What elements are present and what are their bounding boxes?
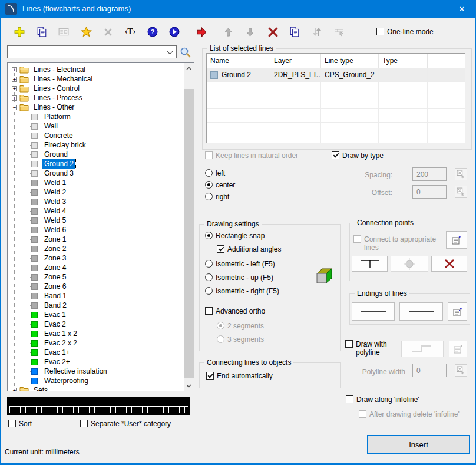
- tree-item-evac-2-x-2[interactable]: Evac 2 x 2: [8, 338, 184, 348]
- tree-item-concrete[interactable]: Concrete: [8, 131, 184, 140]
- swap-order-button[interactable]: [311, 26, 323, 38]
- move-down-disabled-button[interactable]: [244, 26, 256, 38]
- column-header-name[interactable]: Name: [207, 54, 270, 68]
- isometric-left-radio[interactable]: Isometric - left (F5): [205, 260, 275, 268]
- tee-connection-button[interactable]: [352, 256, 388, 272]
- offset-pick-button[interactable]: [455, 186, 467, 198]
- search-button[interactable]: [178, 45, 193, 60]
- tree-folder-lines-electrical[interactable]: +Lines - Electrical: [8, 65, 184, 74]
- tree-item-weld-1[interactable]: Weld 1: [8, 178, 184, 187]
- additional-angles-checkbox[interactable]: Additional angles: [217, 245, 281, 253]
- selected-lines-table[interactable]: NameLayerLine typeType Ground 22DR_PLS_L…: [206, 53, 465, 143]
- table-row-empty[interactable]: [207, 82, 465, 95]
- chevron-down-icon[interactable]: [167, 49, 173, 55]
- advanced-ortho-checkbox[interactable]: Advanced ortho: [205, 307, 265, 315]
- tree-item-zone-6[interactable]: Zone 6: [8, 282, 184, 291]
- three-segments-radio[interactable]: 3 segments: [217, 335, 264, 344]
- tree-folder-lines-other[interactable]: −Lines - Other: [8, 103, 184, 112]
- tree-item-weld-5[interactable]: Weld 5: [8, 216, 184, 225]
- tree-item-evac-1[interactable]: Evac 1+: [8, 348, 184, 357]
- tree-item-zone-5[interactable]: Zone 5: [8, 272, 184, 282]
- text-style-button[interactable]: ‹T›: [123, 26, 138, 38]
- separate-user-category-checkbox[interactable]: Separate *User* category: [80, 420, 171, 428]
- table-row-ground-2[interactable]: Ground 22DR_PLS_LT...CPS_Ground_2: [207, 68, 465, 82]
- expand-icon[interactable]: +: [12, 388, 17, 392]
- run-button[interactable]: [168, 26, 180, 38]
- tree-item-evac-1-x-2[interactable]: Evac 1 x 2: [8, 329, 184, 338]
- tree-item-weld-4[interactable]: Weld 4: [8, 206, 184, 216]
- scroll-down-button[interactable]: [184, 381, 194, 391]
- tree-folder-lines-mechanical[interactable]: +Lines - Mechanical: [8, 74, 184, 84]
- expand-icon[interactable]: +: [12, 95, 17, 101]
- move-up-disabled-button[interactable]: [222, 26, 234, 38]
- polyline-width-input[interactable]: [412, 364, 447, 377]
- tree-item-fireclay-brick[interactable]: Fireclay brick: [8, 140, 184, 150]
- tree-item-wall[interactable]: Wall: [8, 121, 184, 131]
- align-right-radio[interactable]: right: [205, 193, 229, 201]
- connection-points-properties-button[interactable]: [446, 231, 467, 249]
- tree-item-evac-1[interactable]: Evac 1: [8, 310, 184, 319]
- remove-button[interactable]: [267, 26, 279, 38]
- tree-item-zone-2[interactable]: Zone 2: [8, 244, 184, 253]
- offset-input[interactable]: [412, 185, 447, 199]
- tree-item-band-1[interactable]: Band 1: [8, 291, 184, 301]
- tree-folder-lines-control[interactable]: +Lines - Control: [8, 84, 184, 93]
- tree-item-reflective-insulation[interactable]: Reflective insulation: [8, 367, 184, 376]
- isometric-up-radio[interactable]: Isometric - up (F5): [205, 273, 273, 282]
- isometric-right-radio[interactable]: Isometric - right (F5): [205, 287, 279, 295]
- sort-checkbox[interactable]: Sort: [8, 420, 32, 428]
- properties-form-button[interactable]: [58, 26, 70, 38]
- copy-button[interactable]: [36, 26, 48, 38]
- table-row-empty[interactable]: [207, 123, 465, 136]
- draw-with-polyline-checkbox[interactable]: Draw with polyline: [345, 340, 398, 357]
- rectangle-snap-radio[interactable]: Rectangle snap: [205, 232, 265, 240]
- tree-item-weld-6[interactable]: Weld 6: [8, 225, 184, 235]
- favorites-button[interactable]: [80, 26, 92, 38]
- align-left-radio[interactable]: left: [205, 169, 225, 177]
- align-center-radio[interactable]: center: [205, 181, 235, 189]
- keep-lines-natural-order-checkbox[interactable]: Keep lines in natural order: [205, 151, 298, 160]
- end-automatically-checkbox[interactable]: End automatically: [206, 372, 273, 380]
- tree-item-ground[interactable]: Ground: [8, 150, 184, 159]
- scroll-up-button[interactable]: [184, 63, 194, 73]
- tree-item-evac-2[interactable]: Evac 2: [8, 319, 184, 329]
- delete-connection-button[interactable]: [431, 256, 467, 272]
- line-category-tree[interactable]: +Lines - Electrical+Lines - Mechanical+L…: [7, 62, 194, 391]
- column-header-layer[interactable]: Layer: [270, 54, 321, 68]
- table-row-empty[interactable]: [207, 136, 465, 143]
- draw-by-type-checkbox[interactable]: Draw by type: [332, 151, 384, 160]
- connect-appropriate-lines-checkbox[interactable]: Connect to appropriate lines: [353, 235, 442, 252]
- polyline-style-button[interactable]: [401, 341, 444, 357]
- table-row-empty[interactable]: [207, 109, 465, 123]
- table-edit-disabled-button[interactable]: [333, 26, 345, 38]
- tree-item-waterproofing[interactable]: Waterproofing: [8, 376, 184, 385]
- two-segments-radio[interactable]: 2 segments: [217, 322, 264, 330]
- tree-item-band-2[interactable]: Band 2: [8, 301, 184, 310]
- help-button[interactable]: ?: [147, 26, 158, 38]
- tree-folder-lines-process[interactable]: +Lines - Process: [8, 93, 184, 103]
- collapse-icon[interactable]: −: [12, 105, 17, 110]
- tree-item-platform[interactable]: Platform: [8, 112, 184, 121]
- search-combobox[interactable]: [7, 45, 177, 58]
- tree-item-evac-2[interactable]: Evac 2+: [8, 357, 184, 367]
- tree-item-weld-2[interactable]: Weld 2: [8, 187, 184, 197]
- expand-icon[interactable]: +: [12, 86, 17, 91]
- tree-scrollbar[interactable]: [184, 63, 194, 391]
- table-row-empty[interactable]: [207, 95, 465, 109]
- tree-item-ground-3[interactable]: Ground 3: [8, 169, 184, 178]
- polyline-width-pick-button[interactable]: [455, 364, 467, 377]
- tree-item-weld-3[interactable]: Weld 3: [8, 197, 184, 206]
- line-start-ending-button[interactable]: [352, 302, 395, 321]
- delete-disabled-button[interactable]: [102, 26, 114, 38]
- tree-item-zone-4[interactable]: Zone 4: [8, 263, 184, 272]
- spacing-pick-button[interactable]: [455, 168, 467, 180]
- scrollbar-thumb[interactable]: [184, 89, 194, 378]
- column-header-extra[interactable]: [428, 54, 465, 68]
- copy-list-button[interactable]: [289, 26, 300, 38]
- expand-icon[interactable]: +: [12, 77, 17, 82]
- endings-properties-button[interactable]: [448, 302, 467, 321]
- tree-item-ground-2[interactable]: Ground 2: [8, 159, 184, 169]
- add-button[interactable]: [14, 26, 25, 38]
- tree-item-zone-1[interactable]: Zone 1: [8, 235, 184, 244]
- line-end-ending-button[interactable]: [399, 302, 443, 321]
